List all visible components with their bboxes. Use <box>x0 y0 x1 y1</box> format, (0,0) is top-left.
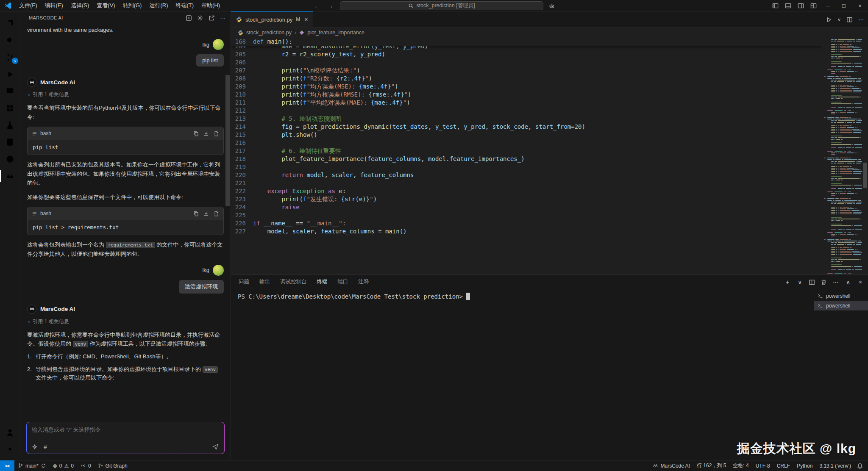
customize-layout-icon[interactable] <box>807 0 820 11</box>
code-line[interactable]: 213 # 5. 绘制动态预测图 <box>231 115 822 123</box>
reference-toggle[interactable]: ›引用 1 相关信息 <box>28 318 224 325</box>
sticky-scroll-line[interactable]: 168 def main(): <box>231 38 822 46</box>
panel-more-icon[interactable]: ⋯ <box>832 279 839 285</box>
settings-gear-icon[interactable] <box>0 441 20 457</box>
database-extension-icon[interactable] <box>0 133 20 150</box>
code-line[interactable]: 217 # 6. 绘制特征重要性 <box>231 147 822 155</box>
editor-scrollbar[interactable] <box>862 38 868 274</box>
broadcast-indicator[interactable]: 0 <box>77 460 95 471</box>
split-editor-icon[interactable] <box>846 17 853 23</box>
extensions-icon[interactable] <box>0 100 20 116</box>
search-sidebar-icon[interactable] <box>0 32 20 49</box>
chat-input-box[interactable]: # <box>26 422 225 454</box>
panel-tab[interactable]: 调试控制台 <box>280 275 307 289</box>
code-line[interactable]: 214 fig = plot_predictions_dynamic(test_… <box>231 123 822 131</box>
new-terminal-icon[interactable]: + <box>784 279 791 285</box>
toggle-panel-icon[interactable] <box>782 0 794 11</box>
menu-item[interactable]: 终端(T) <box>172 0 198 11</box>
code-line[interactable]: 220 return model, scaler, feature_column… <box>231 171 822 179</box>
code-line[interactable]: 222 except Exception as e: <box>231 187 822 195</box>
terminal-dropdown-chevron-icon[interactable]: ∨ <box>796 279 803 285</box>
panel-tab[interactable]: 注释 <box>359 275 369 289</box>
accounts-icon[interactable] <box>0 424 20 441</box>
more-icon[interactable]: ⋯ <box>220 15 225 21</box>
editor-more-icon[interactable]: ⋯ <box>858 17 864 23</box>
toggle-secondary-sidebar-icon[interactable] <box>794 0 807 11</box>
close-panel-icon[interactable]: × <box>857 279 864 285</box>
code-line[interactable]: 225 <box>231 211 822 219</box>
minimize-button[interactable]: – <box>820 0 836 11</box>
panel-tab[interactable]: 端口 <box>338 275 348 289</box>
skill-sparkle-icon[interactable] <box>32 444 38 450</box>
marscode-ai-icon[interactable] <box>0 167 20 184</box>
menu-item[interactable]: 帮助(H) <box>198 0 224 11</box>
panel-tab[interactable]: 输出 <box>259 275 270 289</box>
status-item[interactable]: CRLF <box>773 460 793 471</box>
new-file-icon[interactable] <box>214 131 219 136</box>
code-line[interactable]: 227 model, scaler, feature_columns = mai… <box>231 227 822 236</box>
run-python-file-icon[interactable] <box>826 17 832 23</box>
code-line[interactable]: 206 <box>231 58 822 66</box>
terminal[interactable]: PS C:\Users\dreame\Desktop\code\MarsCode… <box>231 289 814 460</box>
forward-button[interactable]: → <box>326 3 335 9</box>
status-item[interactable]: 行 162，列 5 <box>693 460 729 471</box>
status-item[interactable]: MarsCode AI <box>649 460 693 471</box>
status-item[interactable]: Python <box>793 460 816 471</box>
toggle-sidebar-icon[interactable] <box>769 0 782 11</box>
code-line[interactable]: 210 print(f"均方根误差(RMSE): {rmse:.4f}") <box>231 91 822 99</box>
chat-settings-gear-icon[interactable] <box>197 15 203 21</box>
explorer-icon[interactable] <box>0 15 20 32</box>
code-line[interactable]: 218 plot_feature_importance(feature_colu… <box>231 155 822 163</box>
copy-icon[interactable] <box>193 131 199 136</box>
breadcrumb-file[interactable]: stock_prediction.py <box>246 30 292 36</box>
copilot-icon[interactable] <box>548 3 555 9</box>
problems-indicator[interactable]: ⊗ 0 ⚠ 0 <box>50 460 77 471</box>
tab-close-icon[interactable]: × <box>304 16 308 23</box>
code-line[interactable]: 226if __name__ == "__main__": <box>231 219 822 227</box>
tab-stock-prediction[interactable]: stock_prediction.py M × <box>231 11 313 27</box>
back-button[interactable]: ← <box>313 3 321 9</box>
testing-icon[interactable] <box>0 116 20 133</box>
terminal-instance[interactable]: powershell <box>814 291 868 301</box>
status-item[interactable]: UTF-8 <box>752 460 773 471</box>
notifications-bell-icon[interactable] <box>854 460 868 471</box>
maximize-panel-chevron-icon[interactable]: ∧ <box>845 279 851 285</box>
send-icon[interactable] <box>212 443 219 450</box>
run-dropdown-chevron-icon[interactable]: ∨ <box>837 17 841 22</box>
code-line[interactable]: 224 raise <box>231 203 822 211</box>
run-debug-icon[interactable] <box>0 66 20 83</box>
reference-toggle[interactable]: ›引用 1 相关信息 <box>28 91 224 98</box>
panel-tab[interactable]: 问题 <box>239 275 249 289</box>
share-icon[interactable] <box>209 15 215 21</box>
split-terminal-icon[interactable] <box>809 279 815 285</box>
terminal-instance[interactable]: powershell <box>814 301 868 310</box>
code-line[interactable]: 209 print(f"均方误差(MSE): {mse:.4f}") <box>231 83 822 91</box>
insert-code-icon[interactable] <box>203 211 209 216</box>
code-line[interactable]: 221 <box>231 179 822 187</box>
git-branch-indicator[interactable]: main* <box>14 460 50 471</box>
remote-explorer-icon[interactable] <box>0 83 20 100</box>
new-chat-icon[interactable] <box>186 15 192 21</box>
maximize-button[interactable]: □ <box>836 0 852 11</box>
kill-terminal-trash-icon[interactable] <box>821 279 827 285</box>
menu-item[interactable]: 编辑(E) <box>41 0 67 11</box>
package-extension-icon[interactable] <box>0 150 20 167</box>
git-graph-button[interactable]: Git Graph <box>95 460 131 471</box>
chat-scrollbar[interactable] <box>225 75 230 206</box>
panel-tab[interactable]: 终端 <box>317 275 328 289</box>
context-hash-icon[interactable]: # <box>44 443 47 450</box>
source-control-icon[interactable]: 5 <box>0 49 20 66</box>
code-line[interactable]: 205 r2 = r2_score(y_test, y_pred) <box>231 50 822 58</box>
menu-item[interactable]: 选择(S) <box>67 0 93 11</box>
code-line[interactable]: 219 <box>231 163 822 171</box>
code-line[interactable]: 223 print(f"发生错误: {str(e)}") <box>231 195 822 203</box>
remote-indicator[interactable]: >< <box>0 460 14 471</box>
menu-item[interactable]: 查看(V) <box>93 0 119 11</box>
menu-item[interactable]: 文件(F) <box>15 0 41 11</box>
breadcrumb-symbol[interactable]: plot_feature_importance <box>307 30 364 36</box>
code-line[interactable]: 208 print(f"R2分数: {r2:.4f}") <box>231 75 822 83</box>
menu-item[interactable]: 转到(G) <box>119 0 146 11</box>
code-line[interactable]: 207 print("\n模型评估结果:") <box>231 66 822 75</box>
editor-scrollbar-thumb[interactable] <box>863 163 867 188</box>
code-line[interactable]: 211 print(f"平均绝对误差(MAE): {mae:.4f}") <box>231 99 822 107</box>
